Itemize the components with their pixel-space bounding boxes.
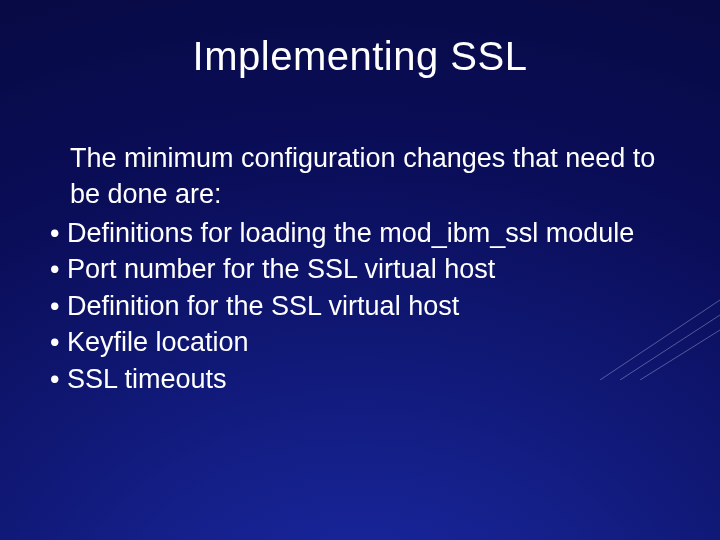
list-item: Definitions for loading the mod_ibm_ssl …: [50, 215, 660, 251]
slide: Implementing SSL The minimum configurati…: [0, 0, 720, 540]
slide-title: Implementing SSL: [0, 34, 720, 79]
list-item: SSL timeouts: [50, 361, 660, 397]
bullet-list: Definitions for loading the mod_ibm_ssl …: [50, 215, 660, 397]
list-item: Definition for the SSL virtual host: [50, 288, 660, 324]
list-item: Keyfile location: [50, 324, 660, 360]
list-item: Port number for the SSL virtual host: [50, 251, 660, 287]
slide-body: The minimum configuration changes that n…: [50, 140, 660, 397]
intro-text: The minimum configuration changes that n…: [70, 140, 660, 213]
